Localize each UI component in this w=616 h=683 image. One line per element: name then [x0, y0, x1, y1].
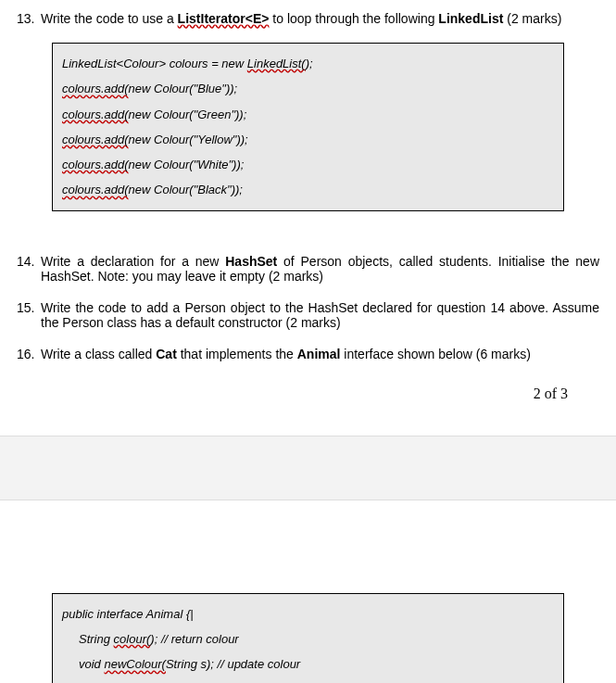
code-line: colours.add(new Colour("Yellow")); [62, 127, 554, 152]
code-line: } [62, 677, 554, 683]
bold-animal: Animal [297, 347, 341, 361]
question-13: 13. Write the code to use a ListIterator… [17, 11, 599, 26]
question-14: 14. Write a declaration for a new HashSe… [17, 254, 599, 284]
page-1: 13. Write the code to use a ListIterator… [0, 0, 616, 428]
question-16: 16. Write a class called Cat that implem… [17, 347, 599, 361]
code-box-animal: public interface Animal {| String colour… [52, 593, 564, 683]
question-15: 15. Write the code to add a Person objec… [17, 300, 599, 330]
bold-cat: Cat [156, 347, 177, 361]
bold-listiterator: ListIterator<E> [178, 11, 270, 26]
question-text: Write a class called Cat that implements… [41, 347, 599, 361]
question-text: Write the code to add a Person object to… [41, 300, 599, 330]
code-line: colours.add(new Colour("White")); [62, 152, 554, 177]
page-number: 2 of 3 [17, 378, 599, 411]
question-number: 14. [17, 254, 41, 269]
question-number: 13. [17, 11, 41, 26]
question-text: Write a declaration for a new HashSet of… [41, 254, 599, 284]
code-line: colours.add(new Colour("Green")); [62, 102, 554, 127]
code-box-colours: LinkedList<Colour> colours = new LinkedL… [52, 43, 564, 211]
code-line: colours.add(new Colour("Black")); [62, 177, 554, 202]
code-line: String colour(); // return colour [62, 626, 554, 651]
bold-hashset: HashSet [225, 254, 277, 269]
question-number: 16. [17, 347, 41, 361]
page-break [0, 436, 616, 500]
question-text: Write the code to use a ListIterator<E> … [41, 11, 599, 26]
spacer [17, 512, 599, 576]
spacer [17, 228, 599, 254]
code-line: public interface Animal {| [62, 601, 554, 626]
question-number: 15. [17, 300, 41, 315]
page-2: public interface Animal {| String colour… [0, 500, 616, 683]
code-line: void newColour(String s); // update colo… [62, 651, 554, 677]
code-line: LinkedList<Colour> colours = new LinkedL… [62, 51, 554, 76]
code-line: colours.add(new Colour("Blue")); [62, 76, 554, 101]
bold-linkedlist: LinkedList [438, 11, 503, 26]
